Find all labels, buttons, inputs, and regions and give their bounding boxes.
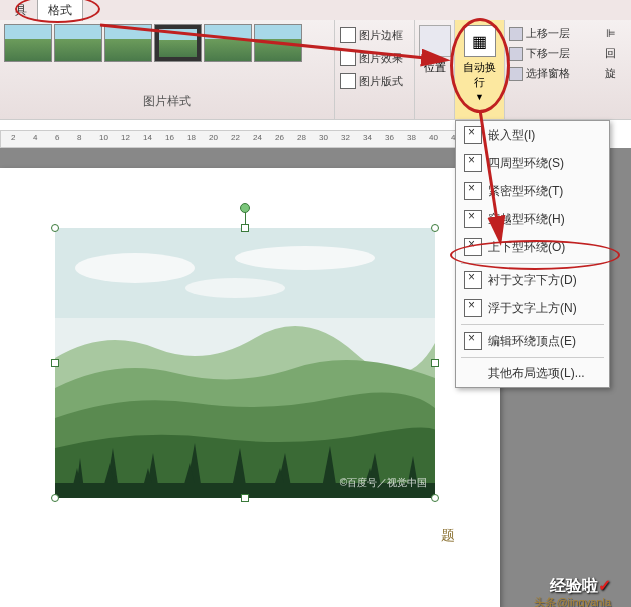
text-char: 题: [441, 527, 455, 545]
styles-label: 图片样式: [0, 85, 334, 110]
wrap-option-inline[interactable]: 嵌入型(I): [456, 121, 609, 149]
sub-watermark: 头条@jingyanla: [534, 595, 611, 607]
menu-divider: [461, 357, 604, 358]
wrap-option-behind[interactable]: 衬于文字下方(D): [456, 266, 609, 294]
resize-handle[interactable]: [431, 494, 439, 502]
resize-handle[interactable]: [431, 359, 439, 367]
border-icon: [340, 27, 356, 43]
resize-handle[interactable]: [241, 224, 249, 232]
wrap-option-topbottom[interactable]: 上下型环绕(O): [456, 233, 609, 261]
wrap-option-through[interactable]: 穿越型环绕(H): [456, 205, 609, 233]
horizontal-ruler[interactable]: 246810121416182022242628303234363840424: [0, 130, 500, 148]
position-section: 位置: [415, 20, 455, 119]
picture-border-button[interactable]: 图片边框: [338, 25, 411, 45]
wrap-inline-icon: [464, 126, 482, 144]
resize-handle[interactable]: [51, 494, 59, 502]
style-thumb[interactable]: [204, 24, 252, 62]
backward-icon: [509, 47, 523, 61]
picture-border-section: 图片边框 图片效果 图片版式: [335, 20, 415, 119]
style-thumb[interactable]: [154, 24, 202, 62]
tab-format[interactable]: 格式: [37, 0, 83, 21]
style-thumb[interactable]: [104, 24, 152, 62]
wrap-icon: ▦: [464, 25, 496, 57]
wrap-edit-icon: [464, 332, 482, 350]
wrap-option-square[interactable]: 四周型环绕(S): [456, 149, 609, 177]
arrange-section: 上移一层 ⊫ 下移一层 回 选择窗格 旋: [505, 20, 620, 119]
wrap-front-icon: [464, 299, 482, 317]
position-icon[interactable]: [419, 25, 451, 57]
wrap-tight-icon: [464, 182, 482, 200]
menu-divider: [461, 263, 604, 264]
wrap-option-edit[interactable]: 编辑环绕顶点(E): [456, 327, 609, 355]
resize-handle[interactable]: [241, 494, 249, 502]
wrap-option-more[interactable]: 其他布局选项(L)...: [456, 360, 609, 387]
forward-icon: [509, 27, 523, 41]
resize-handle[interactable]: [431, 224, 439, 232]
selection-pane-button[interactable]: 选择窗格 旋: [508, 65, 617, 82]
pane-icon: [509, 67, 523, 81]
effects-icon: [340, 50, 356, 66]
send-backward-button[interactable]: 下移一层 回: [508, 45, 617, 62]
picture-layout-button[interactable]: 图片版式: [338, 71, 411, 91]
resize-handle[interactable]: [51, 359, 59, 367]
style-thumb[interactable]: [254, 24, 302, 62]
tab-tool[interactable]: 具: [5, 0, 37, 21]
document-page[interactable]: ©百度号／视觉中国 题: [0, 168, 500, 607]
svg-point-6: [75, 253, 195, 283]
wrap-through-icon: [464, 210, 482, 228]
dropdown-arrow-icon: ▼: [475, 92, 484, 102]
resize-handle[interactable]: [51, 224, 59, 232]
picture-styles-section: 图片样式: [0, 20, 335, 119]
wrap-square-icon: [464, 154, 482, 172]
landscape-picture: [55, 228, 435, 498]
layout-icon: [340, 73, 356, 89]
wrap-topbottom-icon: [464, 238, 482, 256]
wrap-option-front[interactable]: 浮于文字上方(N): [456, 294, 609, 322]
wrap-label: 自动换行: [460, 60, 499, 90]
bring-forward-button[interactable]: 上移一层 ⊫: [508, 25, 617, 42]
position-label: 位置: [424, 60, 446, 75]
menu-divider: [461, 324, 604, 325]
image-watermark: ©百度号／视觉中国: [340, 476, 427, 490]
brand-watermark: 经验啦✓: [550, 576, 611, 597]
rotate-handle[interactable]: [240, 203, 250, 213]
picture-effects-button[interactable]: 图片效果: [338, 48, 411, 68]
svg-point-8: [185, 278, 285, 298]
selected-image[interactable]: ©百度号／视觉中国: [55, 228, 435, 498]
wrap-option-tight[interactable]: 紧密型环绕(T): [456, 177, 609, 205]
style-thumb[interactable]: [4, 24, 52, 62]
style-thumb[interactable]: [54, 24, 102, 62]
wrap-behind-icon: [464, 271, 482, 289]
wrap-text-section[interactable]: ▦ 自动换行 ▼: [455, 20, 505, 119]
wrap-dropdown-menu: 嵌入型(I) 四周型环绕(S) 紧密型环绕(T) 穿越型环绕(H) 上下型环绕(…: [455, 120, 610, 388]
ribbon: 图片样式 图片边框 图片效果 图片版式 位置 ▦ 自动换行 ▼ 上移一层 ⊫: [0, 20, 631, 120]
svg-point-7: [235, 246, 375, 270]
